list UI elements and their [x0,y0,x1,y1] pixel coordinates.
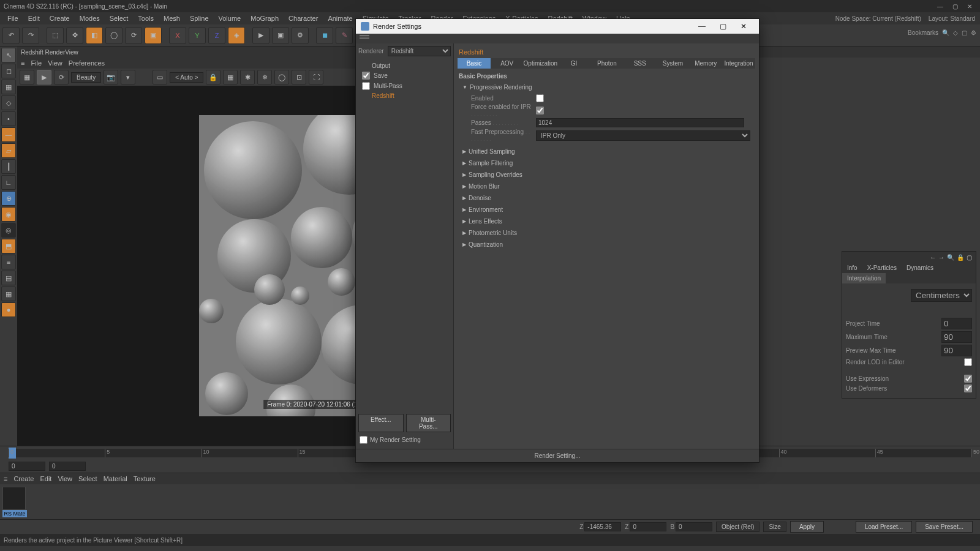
coord-b-input[interactable] [676,522,712,531]
rs-tab-system[interactable]: System [657,58,690,69]
rv-lock-icon[interactable]: 🔒 [206,70,221,84]
node-space-dropdown[interactable]: Node Space: Current (Redshift) [833,15,924,22]
coord-mode-dropdown[interactable]: Object (Rel) [716,522,760,532]
snap-icon[interactable]: ◎ [1,223,16,238]
passes-input[interactable] [536,118,744,127]
workplane-icon[interactable]: ⬒ [1,239,16,253]
rv-crop-icon[interactable]: ▭ [153,70,167,84]
bookmarks-label[interactable]: Bookmarks [908,29,938,36]
render-settings-button[interactable]: ⚙ [292,27,309,44]
rv-snowflake-icon[interactable]: ✱ [240,70,255,84]
menu-mograph[interactable]: MoGraph [246,13,284,23]
preview-max-time-input[interactable] [941,345,972,356]
dialog-close-button[interactable]: ✕ [733,20,754,32]
menu-spline[interactable]: Spline [185,13,214,23]
rv-bucket-icon[interactable]: ▦ [20,70,34,84]
axis-line-icon[interactable]: ┃ [1,159,16,174]
model-mode-icon[interactable]: ◻ [1,64,16,78]
mat-menu-material[interactable]: Material [104,475,127,482]
coord-z2-input[interactable] [630,522,666,531]
fast-preprocessing-dropdown[interactable]: IPR Only [536,130,750,141]
rv-snapshot-icon[interactable]: 📷 [104,70,118,84]
object-mode-icon[interactable]: ◇ [1,96,16,110]
cursor-icon[interactable]: ↖ [1,48,16,62]
rv-zoom-dropdown[interactable]: < Auto > [170,72,203,83]
enable-axis-icon[interactable]: ⊕ [1,191,16,206]
x-axis-lock[interactable]: X [169,27,186,44]
rs-tab-aov[interactable]: AOV [491,58,524,69]
effect-button[interactable]: Effect... [358,414,404,432]
renderer-dropdown[interactable]: Redshift [388,46,451,56]
group-progressive-header[interactable]: Progressive Rendering [462,83,750,92]
move-tool[interactable]: ✥ [66,27,83,44]
timeline-start-frame[interactable] [49,462,86,471]
tree-multipass-checkbox[interactable] [362,82,370,90]
cube-tool[interactable]: ▣ [145,27,162,44]
attr-lock-icon[interactable]: 🔒 [957,254,964,261]
last-tool[interactable]: ⟳ [125,27,142,44]
layers-icon[interactable]: ≡ [1,255,16,269]
rv-menu-view[interactable]: View [48,59,62,67]
dialog-hamburger-icon[interactable] [360,35,369,42]
mat-menu-texture[interactable]: Texture [134,475,156,482]
load-preset-button[interactable]: Load Preset... [856,521,912,533]
timeline-current-frame[interactable] [9,462,45,471]
menu-character[interactable]: Character [284,13,323,23]
dialog-footer-button[interactable]: Render Setting... [356,449,759,462]
dialog-minimize-button[interactable]: — [692,20,712,32]
rv-refresh-icon[interactable]: ⟳ [54,70,69,84]
my-render-setting[interactable]: My Render Setting [358,433,451,446]
close-button[interactable]: ✕ [963,2,976,11]
coord-size-dropdown[interactable]: Size [763,522,786,532]
point-mode-icon[interactable]: • [1,111,16,126]
rs-tab-photon[interactable]: Photon [590,58,624,69]
coord-system-button[interactable]: ◈ [228,27,245,44]
rotate-tool[interactable]: ◯ [105,27,123,44]
viewport-solo-icon[interactable]: ◉ [1,207,16,222]
layout-dropdown[interactable]: Layout: Standard [926,15,978,22]
attr-tab-interpolation[interactable]: Interpolation [842,273,886,283]
stack-icon[interactable]: ▤ [1,271,16,285]
maximize-button[interactable]: ▢ [948,2,962,11]
attr-gear-icon[interactable]: ⚙ [971,29,976,36]
texture-mode-icon[interactable]: ▦ [1,80,16,94]
save-preset-button[interactable]: Save Preset... [916,521,973,533]
menu-create[interactable]: Create [45,13,75,23]
rv-exposure-icon[interactable]: ◯ [274,70,289,84]
coord-z-input[interactable] [584,522,621,531]
scale-tool[interactable]: ◧ [86,27,103,44]
attr-new-window-icon[interactable]: ▢ [962,29,967,36]
my-render-setting-checkbox[interactable] [360,436,368,444]
attr-unit-dropdown[interactable]: Centimeters [911,289,972,302]
render-view-button[interactable]: ▶ [252,27,270,44]
attr-nav-back-icon[interactable]: ← [930,254,936,261]
rv-chevron-down-icon[interactable]: ▾ [121,70,135,84]
project-time-input[interactable] [941,318,972,329]
force-ipr-checkbox[interactable] [536,107,544,114]
rv-expand-icon[interactable]: ⛶ [309,70,323,84]
spline-pen-button[interactable]: ✎ [336,27,353,44]
rs-tab-integration[interactable]: Integration [722,58,755,69]
mat-menu-select[interactable]: Select [78,475,97,482]
attr-tab-info[interactable]: Info [842,263,862,273]
rv-freeze-icon[interactable]: ❄ [257,70,272,84]
rv-play-icon[interactable]: ▶ [37,70,51,84]
render-lod-checkbox[interactable] [964,358,972,366]
attr-search-icon[interactable]: 🔍 [947,254,954,261]
menu-modes[interactable]: Modes [75,13,105,23]
menu-volume[interactable]: Volume [214,13,246,23]
tree-save-checkbox[interactable] [362,72,370,80]
max-time-input[interactable] [941,331,972,343]
attr-filter-icon[interactable]: ◇ [953,29,958,36]
edge-mode-icon[interactable]: — [1,127,16,142]
mat-menu-create[interactable]: Create [13,475,34,482]
attr-popup-icon[interactable]: ▢ [967,254,972,261]
mat-menu-edit[interactable]: Edit [40,475,51,482]
rv-focus-icon[interactable]: ⊡ [292,70,306,84]
use-deformers-checkbox[interactable] [964,384,972,392]
primitive-cube-button[interactable]: ◼ [316,27,333,44]
polygon-mode-icon[interactable]: ▱ [1,143,16,158]
progressive-enabled-checkbox[interactable] [536,94,544,102]
mat-menu-view[interactable]: View [58,475,72,482]
tree-output[interactable]: Output [361,61,451,70]
